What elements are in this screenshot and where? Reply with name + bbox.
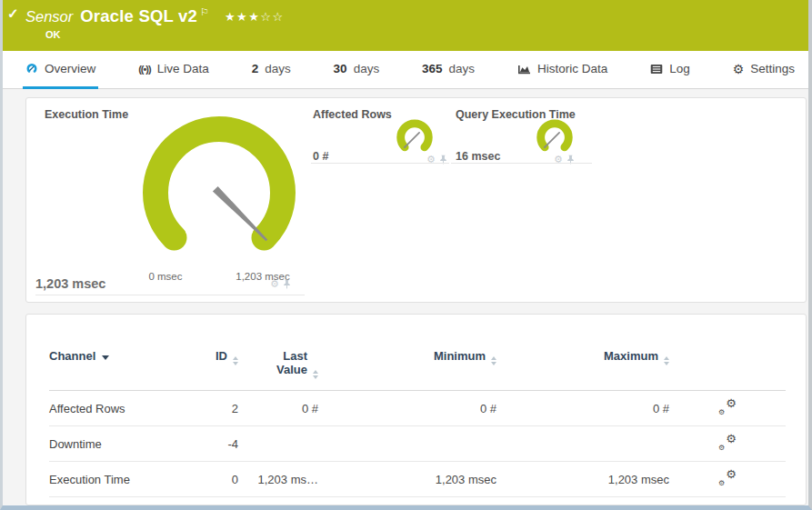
column-header-last-value[interactable]: Last Value bbox=[238, 349, 318, 391]
column-label: ID bbox=[216, 349, 227, 363]
gauge-needle bbox=[213, 186, 267, 241]
gauge-needle bbox=[545, 133, 559, 147]
channel-last-value: 16 msec bbox=[238, 497, 318, 506]
tab-settings[interactable]: ⚙ Settings bbox=[730, 51, 797, 89]
tab-label: Live Data bbox=[157, 62, 209, 75]
column-header-channel[interactable]: Channel bbox=[49, 349, 191, 391]
live-data-icon: ((•)) bbox=[138, 64, 151, 75]
channel-maximum: 16 msec bbox=[496, 497, 669, 506]
flag-icon[interactable]: ⚐ bbox=[200, 6, 209, 18]
channel-last-value: 1,203 ms… bbox=[238, 462, 318, 497]
sensor-page: ✓ Sensor Oracle SQL v2 ⚐ ★★★☆☆ OK Overvi… bbox=[0, 0, 812, 510]
channel-settings-icon[interactable]: ⚙⚙ bbox=[718, 399, 737, 415]
channel-maximum bbox=[496, 426, 669, 462]
execution-time-value: 1,203 msec bbox=[35, 276, 105, 291]
gauges-panel: Execution Time 0 msec 1,203 msec 1,203 m… bbox=[25, 97, 807, 303]
tab-label: Overview bbox=[45, 62, 95, 75]
tab-label: days bbox=[449, 62, 476, 75]
table-row: Query Execution Time 1 16 msec 16 msec 1… bbox=[49, 497, 786, 506]
content-area: Execution Time 0 msec 1,203 msec 1,203 m… bbox=[3, 89, 808, 505]
channel-settings-icon[interactable]: ⚙⚙ bbox=[718, 470, 737, 485]
tab-2-days[interactable]: 2 days bbox=[249, 51, 294, 89]
gauge-icon bbox=[25, 63, 38, 75]
affected-rows-value: 0 # bbox=[313, 150, 328, 163]
tab-log[interactable]: Log bbox=[647, 51, 693, 89]
tab-bar: Overview ((•)) Live Data 2 days 30 days … bbox=[3, 51, 808, 89]
sensor-title: Oracle SQL v2 bbox=[80, 6, 197, 26]
channel-minimum bbox=[318, 426, 496, 462]
widget-gear-icon[interactable]: ⚙ bbox=[270, 279, 279, 289]
priority-stars[interactable]: ★★★☆☆ bbox=[225, 10, 285, 24]
column-label: Channel bbox=[49, 349, 95, 363]
table-row: Execution Time 0 1,203 ms… 1,203 msec 1,… bbox=[49, 462, 786, 497]
tab-label: Log bbox=[669, 62, 690, 75]
widget-divider bbox=[311, 163, 449, 164]
column-header-id[interactable]: ID bbox=[191, 349, 238, 391]
channel-name: Query Execution Time bbox=[49, 497, 191, 506]
sort-icon bbox=[233, 356, 238, 365]
channel-minimum: 0 # bbox=[318, 391, 496, 426]
channels-panel: Channel ID Last Value Minimum bbox=[25, 314, 807, 505]
tab-365-days[interactable]: 365 days bbox=[419, 51, 477, 89]
column-header-minimum[interactable]: Minimum bbox=[318, 349, 496, 391]
table-row: Downtime -4 ⚙⚙ bbox=[49, 426, 786, 462]
tab-live-data[interactable]: ((•)) Live Data bbox=[135, 51, 212, 89]
tab-label: Historic Data bbox=[537, 62, 607, 75]
gauge-title-execution-time: Execution Time bbox=[45, 108, 128, 121]
status-ok-check-icon: ✓ bbox=[7, 5, 19, 22]
table-row: Affected Rows 2 0 # 0 # 0 # ⚙⚙ bbox=[49, 391, 786, 426]
channel-id: 1 bbox=[191, 497, 238, 506]
sensor-title-line: Sensor Oracle SQL v2 ⚐ ★★★☆☆ bbox=[25, 6, 808, 26]
tab-label: days bbox=[265, 62, 291, 75]
channel-last-value bbox=[238, 426, 318, 462]
gear-icon: ⚙ bbox=[733, 62, 745, 76]
channel-id: 2 bbox=[191, 391, 238, 426]
sort-icon bbox=[491, 356, 496, 365]
query-execution-time-value: 16 msec bbox=[456, 150, 500, 163]
widget-divider bbox=[451, 163, 592, 164]
historic-data-icon bbox=[517, 64, 531, 75]
gauge-min-label: 0 msec bbox=[129, 271, 202, 282]
status-badge: OK bbox=[45, 29, 808, 40]
sort-icon bbox=[664, 356, 669, 365]
execution-time-gauge bbox=[128, 111, 310, 270]
channel-name: Execution Time bbox=[49, 462, 191, 497]
channel-last-value: 0 # bbox=[238, 391, 318, 426]
log-icon bbox=[650, 64, 663, 75]
gauge-title-affected-rows: Affected Rows bbox=[313, 108, 392, 121]
sensor-header: ✓ Sensor Oracle SQL v2 ⚐ ★★★☆☆ OK bbox=[3, 0, 808, 51]
channel-settings-icon[interactable]: ⚙⚙ bbox=[718, 435, 737, 450]
pin-icon[interactable] bbox=[283, 279, 291, 289]
column-header-maximum[interactable]: Maximum bbox=[496, 349, 669, 391]
tab-label: days bbox=[354, 62, 380, 75]
tab-historic-data[interactable]: Historic Data bbox=[515, 51, 610, 89]
channel-maximum: 0 # bbox=[496, 391, 669, 426]
channel-name: Affected Rows bbox=[49, 391, 191, 426]
channel-name: Downtime bbox=[49, 426, 191, 462]
channel-id: -4 bbox=[191, 426, 238, 462]
tab-number: 365 bbox=[422, 62, 443, 75]
column-label: Last Value bbox=[267, 349, 307, 376]
tab-label: Settings bbox=[750, 62, 795, 75]
widget-divider bbox=[35, 295, 305, 295]
column-label: Maximum bbox=[604, 349, 658, 363]
channel-minimum: 16 msec bbox=[318, 497, 496, 506]
sensor-kind-label: Sensor bbox=[25, 8, 73, 25]
channel-maximum: 1,203 msec bbox=[496, 462, 669, 497]
tab-number: 2 bbox=[252, 62, 259, 75]
channels-table: Channel ID Last Value Minimum bbox=[49, 349, 786, 505]
tab-number: 30 bbox=[334, 62, 347, 75]
channel-minimum: 1,203 msec bbox=[318, 462, 496, 497]
table-header-row: Channel ID Last Value Minimum bbox=[49, 349, 786, 391]
sort-icon bbox=[313, 370, 318, 379]
column-label: Minimum bbox=[434, 349, 486, 363]
column-header-settings bbox=[669, 349, 786, 391]
gauge-needle bbox=[405, 133, 419, 147]
tab-overview[interactable]: Overview bbox=[23, 51, 98, 89]
tab-30-days[interactable]: 30 days bbox=[331, 51, 383, 89]
sort-desc-icon bbox=[102, 355, 109, 360]
widget-actions: ⚙ bbox=[270, 279, 291, 289]
channel-id: 0 bbox=[191, 462, 238, 497]
